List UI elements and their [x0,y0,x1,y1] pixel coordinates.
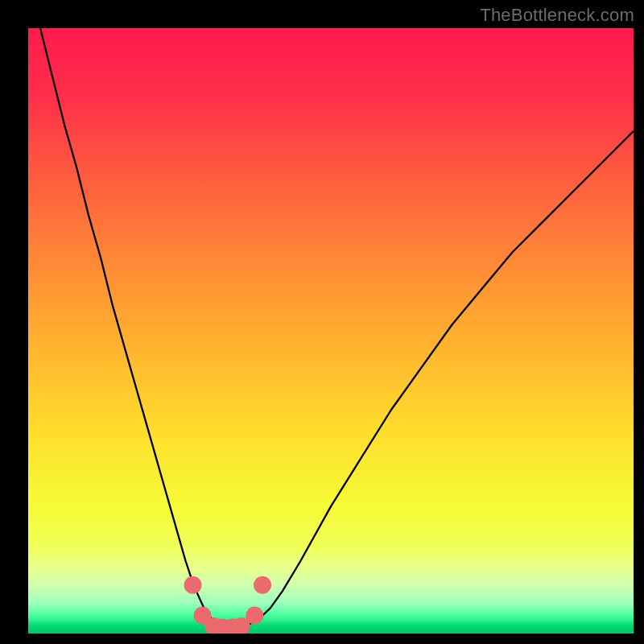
highlight-dot [184,576,202,594]
highlight-dot [246,606,263,624]
chart-frame: TheBottleneck.com [0,0,644,644]
bottleneck-chart [28,28,634,634]
watermark-label: TheBottleneck.com [480,5,634,26]
plot-area [28,28,634,634]
highlight-dot [254,576,271,594]
